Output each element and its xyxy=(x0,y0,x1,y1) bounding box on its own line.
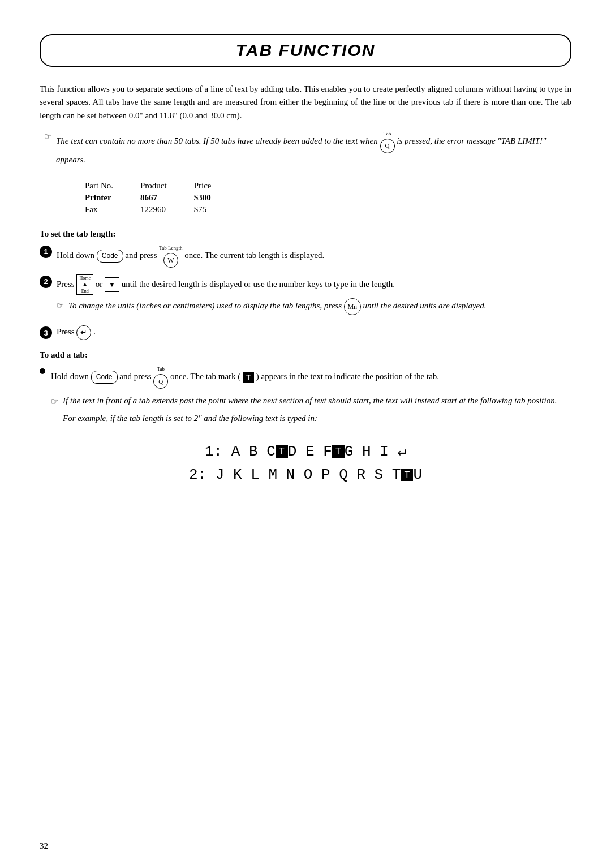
tab-mark-3: T xyxy=(401,469,413,481)
q-key-label: Q xyxy=(385,141,390,151)
w-key: W xyxy=(163,253,178,268)
page-number: 32 xyxy=(40,841,48,851)
enter-key: ↵ xyxy=(76,325,91,340)
step-1-num: 1 xyxy=(40,246,52,258)
add-tab-header: To add a tab: xyxy=(40,350,571,360)
tab-key: Q xyxy=(380,139,395,153)
example-line-1: 1: A B CTD E FTG H I ↵ xyxy=(40,440,571,464)
note-icon-2: ☞ xyxy=(57,299,64,312)
bullet-icon xyxy=(40,368,45,374)
note-icon-3: ☞ xyxy=(51,396,58,409)
product-table: Part No. Product Price Printer 8667 $300… xyxy=(85,180,239,216)
step-2: 2 Press Home ▲ End or ▼ until the desire… xyxy=(40,274,571,319)
tab-mark-2: T xyxy=(332,445,345,458)
step-3: 3 Press ↵ . xyxy=(40,325,571,340)
step-2-num: 2 xyxy=(40,276,52,288)
col-price: Price xyxy=(194,180,239,192)
add-tab-note-1: ☞ If the text in front of a tab extends … xyxy=(51,394,571,409)
tab-mark-icon: T xyxy=(243,372,254,383)
page-content: TAB FUNCTION This function allows you to… xyxy=(40,0,571,532)
step-1-content: Hold down Code and press Tab Length W on… xyxy=(57,244,571,268)
table-row: Fax 122960 $75 xyxy=(85,204,239,216)
intro-paragraph: This function allows you to separate sec… xyxy=(40,83,571,122)
tab-length-label: Tab Length xyxy=(159,244,182,252)
step-2-note: ☞ To change the units (inches or centime… xyxy=(57,298,571,315)
set-tab-steps: 1 Hold down Code and press Tab Length W xyxy=(40,244,571,340)
step-1: 1 Hold down Code and press Tab Length W xyxy=(40,244,571,268)
note-book-icon: ☞ xyxy=(44,131,51,141)
add-tab-step-1-content: Hold down Code and press Tab Q once. The… xyxy=(51,366,571,428)
footer-line xyxy=(56,846,571,847)
add-tab-note-2: ☞ For example, if the tab length is set … xyxy=(51,412,571,425)
step-3-content: Press ↵ . xyxy=(57,325,571,340)
code-key: Code xyxy=(97,250,123,263)
page-title: TAB FUNCTION xyxy=(58,41,553,60)
tab-key-wrapper: Tab Q xyxy=(380,130,395,153)
note-1-text: The text can contain no more than 50 tab… xyxy=(56,130,571,166)
step-3-num: 3 xyxy=(40,326,52,339)
add-tab-step-1: Hold down Code and press Tab Q once. The… xyxy=(40,366,571,428)
col-product: Product xyxy=(140,180,194,192)
table-row: Printer 8667 $300 xyxy=(85,192,239,204)
cell-partno-2: Fax xyxy=(85,204,140,216)
col-partno: Part No. xyxy=(85,180,140,192)
example-line-2: 2: J K L M N O P Q R S TTU xyxy=(40,463,571,487)
code-key-2: Code xyxy=(91,371,118,384)
add-tab-note-2-text: For example, if the tab length is set to… xyxy=(63,412,317,425)
tab-q-key: Q xyxy=(153,374,168,389)
cell-partno-1: Printer xyxy=(85,192,140,204)
step-2-content: Press Home ▲ End or ▼ until the desired … xyxy=(57,274,571,319)
tab-label-2: Tab xyxy=(157,366,165,373)
down-arrow-key: ▼ xyxy=(105,277,119,292)
cell-price-2: $75 xyxy=(194,204,239,216)
home-end-key: Home ▲ End xyxy=(76,274,93,295)
table-header-row: Part No. Product Price xyxy=(85,180,239,192)
cell-product-1: 8667 xyxy=(140,192,194,204)
add-tab-steps: Hold down Code and press Tab Q once. The… xyxy=(40,366,571,428)
add-tab-note-1-text: If the text in front of a tab extends pa… xyxy=(63,394,557,407)
page-footer: 32 xyxy=(40,841,571,851)
tab-table-area: Part No. Product Price Printer 8667 $300… xyxy=(85,180,571,216)
cell-product-2: 122960 xyxy=(140,204,194,216)
m-key: Mn xyxy=(344,298,361,315)
set-tab-header: To set the tab length: xyxy=(40,229,571,239)
tab-key-label: Tab xyxy=(384,130,391,138)
note-1: ☞ The text can contain no more than 50 t… xyxy=(44,130,571,166)
step-2-note-text: To change the units (inches or centimete… xyxy=(68,298,487,315)
tab-mark-1: T xyxy=(276,445,288,458)
page-title-box: TAB FUNCTION xyxy=(40,34,571,67)
tab-q-key-wrapper: Tab Q xyxy=(153,366,168,389)
w-key-wrapper: Tab Length W xyxy=(159,244,182,268)
example-text-block: 1: A B CTD E FTG H I ↵ 2: J K L M N O P … xyxy=(40,440,571,487)
cell-price-1: $300 xyxy=(194,192,239,204)
